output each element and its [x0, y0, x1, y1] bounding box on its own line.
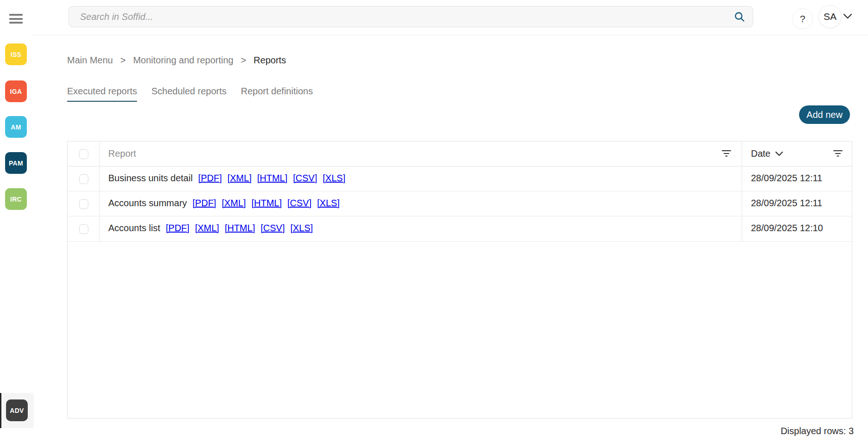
- tab-executed-reports[interactable]: Executed reports: [67, 86, 137, 102]
- global-search: [68, 6, 753, 27]
- date-cell: 28/09/2025 12:11: [751, 198, 822, 209]
- date-column-label: Date: [751, 148, 770, 159]
- sidebar-item-irc[interactable]: IRC: [5, 188, 27, 210]
- report-xml-link[interactable]: [XML]: [222, 198, 246, 208]
- breadcrumb-separator: >: [120, 55, 126, 66]
- report-pdf-link[interactable]: [PDF]: [192, 198, 216, 208]
- report-csv-link[interactable]: [CSV]: [287, 198, 311, 208]
- sidebar-item-adv[interactable]: ADV: [6, 399, 28, 421]
- add-new-button[interactable]: Add new: [799, 105, 850, 124]
- report-pdf-link[interactable]: [PDF]: [198, 173, 222, 183]
- sidebar-item-iga[interactable]: IGA: [5, 80, 27, 102]
- tab-scheduled-reports[interactable]: Scheduled reports: [151, 86, 226, 102]
- report-csv-link[interactable]: [CSV]: [260, 223, 285, 233]
- date-cell: 28/09/2025 12:11: [751, 173, 822, 184]
- soffid-console: ? SA ISS IGA AM PAM IRC ADV Main Menu > …: [0, 0, 868, 442]
- table-row: Business units detail[PDF][XML][HTML][CS…: [68, 166, 852, 191]
- report-name: Business units detail: [108, 173, 192, 183]
- report-cell: Business units detail[PDF][XML][HTML][CS…: [108, 173, 345, 184]
- report-pdf-link[interactable]: [PDF]: [166, 223, 189, 233]
- report-html-link[interactable]: [HTML]: [251, 198, 282, 208]
- tab-report-definitions[interactable]: Report definitions: [241, 86, 313, 102]
- breadcrumb-separator: >: [241, 55, 246, 66]
- sidebar-item-pam[interactable]: PAM: [5, 152, 27, 174]
- sidebar-item-iss[interactable]: ISS: [5, 43, 27, 65]
- topbar-divider: [33, 35, 868, 35]
- date-column-header[interactable]: Date: [751, 148, 783, 159]
- sidebar-item-adv-selected[interactable]: ADV: [0, 393, 34, 428]
- user-menu-chevron-down-icon[interactable]: [843, 13, 852, 19]
- report-cell: Accounts list[PDF][XML][HTML][CSV][XLS]: [108, 223, 313, 233]
- table-row: Accounts list[PDF][XML][HTML][CSV][XLS] …: [68, 216, 852, 242]
- report-filter-icon[interactable]: [721, 149, 732, 159]
- breadcrumb-monitoring[interactable]: Monitoring and reporting: [133, 55, 234, 66]
- sort-chevron-down-icon: [775, 151, 783, 156]
- date-filter-icon[interactable]: [832, 149, 843, 159]
- report-xml-link[interactable]: [XML]: [195, 223, 219, 233]
- breadcrumb-main-menu[interactable]: Main Menu: [67, 55, 113, 66]
- search-icon[interactable]: [734, 11, 745, 22]
- select-all-checkbox[interactable]: [79, 149, 88, 159]
- row-checkbox[interactable]: [79, 224, 88, 234]
- row-checkbox[interactable]: [79, 174, 88, 184]
- executed-reports-table: Report Date Business units det: [67, 141, 852, 418]
- report-xml-link[interactable]: [XML]: [227, 173, 251, 183]
- help-button[interactable]: ?: [792, 8, 813, 29]
- menu-hamburger-icon[interactable]: [9, 14, 23, 24]
- search-input[interactable]: [68, 6, 753, 27]
- report-cell: Accounts summary[PDF][XML][HTML][CSV][XL…: [108, 198, 340, 209]
- row-checkbox[interactable]: [79, 199, 88, 209]
- report-xls-link[interactable]: [XLS]: [317, 198, 340, 208]
- report-csv-link[interactable]: [CSV]: [293, 173, 317, 183]
- table-row: Accounts summary[PDF][XML][HTML][CSV][XL…: [68, 191, 852, 216]
- displayed-rows-count: Displayed rows: 3: [781, 426, 854, 436]
- date-cell: 28/09/2025 12:10: [751, 223, 823, 233]
- table-header: Report Date: [68, 141, 852, 166]
- report-column-header: Report: [108, 148, 136, 159]
- report-html-link[interactable]: [HTML]: [257, 173, 288, 183]
- user-avatar[interactable]: SA: [818, 5, 842, 28]
- report-name: Accounts summary: [108, 198, 187, 208]
- report-html-link[interactable]: [HTML]: [225, 223, 255, 233]
- sidebar-item-am[interactable]: AM: [5, 116, 27, 138]
- report-name: Accounts list: [108, 223, 160, 233]
- report-xls-link[interactable]: [XLS]: [290, 223, 313, 233]
- report-tabs: Executed reports Scheduled reports Repor…: [67, 86, 313, 102]
- breadcrumb: Main Menu > Monitoring and reporting > R…: [67, 55, 286, 66]
- report-xls-link[interactable]: [XLS]: [323, 173, 346, 183]
- breadcrumb-reports: Reports: [254, 55, 286, 66]
